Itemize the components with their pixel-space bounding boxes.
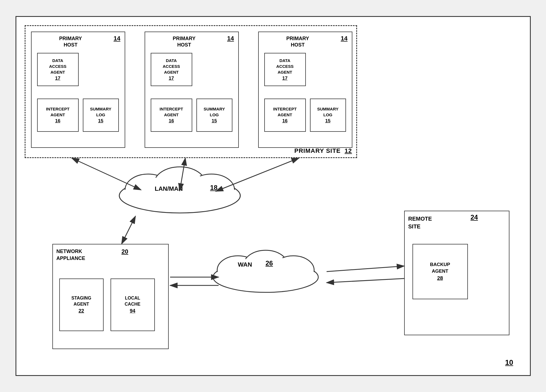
rs-label: REMOTESITE bbox=[408, 215, 432, 230]
svg-line-25 bbox=[327, 278, 404, 283]
wan-cloud bbox=[205, 247, 327, 296]
lan-man-number: 18 bbox=[210, 184, 218, 192]
rs-number: 24 bbox=[471, 213, 478, 221]
host-2-label: PRIMARYHOST bbox=[173, 35, 196, 48]
data-access-agent-2: DATAACCESSAGENT 17 bbox=[151, 53, 192, 86]
backup-agent-box: BACKUPAGENT 28 bbox=[412, 244, 468, 299]
intercept-agent-3: INTERCEPTAGENT 16 bbox=[264, 99, 306, 132]
summary-log-1: SUMMARYLOG 15 bbox=[83, 99, 119, 132]
host-3-label: PRIMARYHOST bbox=[286, 35, 309, 48]
na-label: NETWORKAPPLIANCE bbox=[57, 248, 85, 262]
summary-log-3: SUMMARYLOG 15 bbox=[310, 99, 346, 132]
svg-line-24 bbox=[327, 266, 404, 272]
data-access-agent-1: DATAACCESSAGENT 17 bbox=[37, 53, 79, 86]
local-cache-box: LOCALCACHE 94 bbox=[111, 278, 155, 331]
primary-host-2: PRIMARYHOST 14 DATAACCESSAGENT 17 INTERC… bbox=[145, 32, 239, 148]
primary-host-1: PRIMARYHOST 14 DATAACCESSAGENT 17 INTERC… bbox=[31, 32, 125, 148]
svg-point-15 bbox=[274, 258, 313, 283]
wan-label: WAN bbox=[238, 261, 252, 268]
primary-host-3: PRIMARYHOST 14 DATAACCESSAGENT 17 INTERC… bbox=[258, 32, 352, 148]
host-2-number: 14 bbox=[227, 35, 234, 42]
lan-man-label: LAN/MAN bbox=[155, 185, 183, 192]
intercept-agent-2: INTERCEPTAGENT 16 bbox=[151, 99, 192, 132]
system-number: 10 bbox=[505, 358, 513, 367]
svg-line-21 bbox=[122, 216, 135, 244]
diagram-container: PRIMARYHOST 14 DATAACCESSAGENT 17 INTERC… bbox=[16, 16, 531, 376]
host-3-number: 14 bbox=[341, 35, 347, 42]
na-number: 20 bbox=[122, 248, 128, 255]
host-1-label: PRIMARYHOST bbox=[59, 35, 82, 48]
summary-log-2: SUMMARYLOG 15 bbox=[196, 99, 232, 132]
primary-site-box: PRIMARYHOST 14 DATAACCESSAGENT 17 INTERC… bbox=[25, 25, 357, 158]
staging-agent-box: STAGINGAGENT 22 bbox=[59, 278, 104, 331]
primary-site-label: PRIMARY SITE 12 bbox=[294, 147, 352, 154]
intercept-agent-1: INTERCEPTAGENT 16 bbox=[37, 99, 79, 132]
wan-number: 26 bbox=[266, 259, 273, 267]
host-1-number: 14 bbox=[114, 35, 120, 42]
data-access-agent-3: DATAACCESSAGENT 17 bbox=[264, 53, 306, 86]
